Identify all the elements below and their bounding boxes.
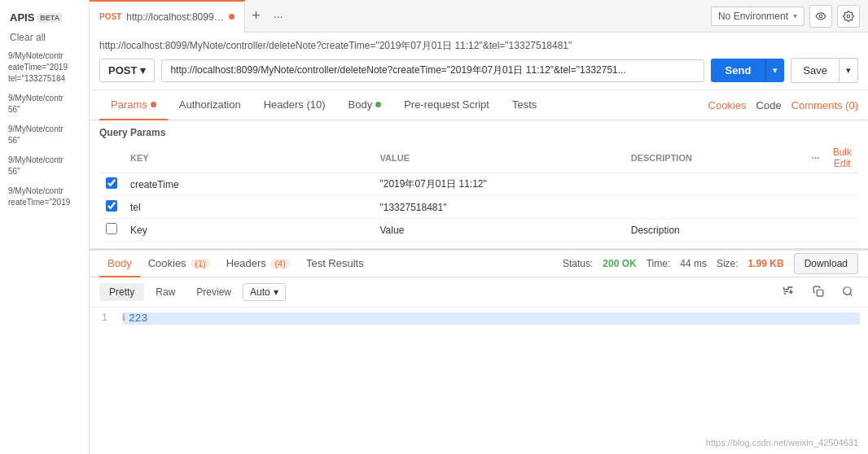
resp-tab-headers[interactable]: Headers (4) — [218, 251, 298, 277]
tab-modified-dot — [229, 14, 235, 20]
settings-icon-button[interactable] — [837, 5, 860, 28]
col-value-header: VALUE — [374, 143, 625, 173]
sidebar-item-3[interactable]: 9/MyNote/contr56" — [0, 120, 89, 151]
code-line-1: ℹ 223 — [122, 312, 860, 325]
method-selector[interactable]: POST ▾ — [99, 59, 155, 82]
tab-prerequest-label: Pre-request Script — [404, 98, 489, 111]
send-button-group: Send ▾ — [711, 59, 785, 82]
sidebar-item-2[interactable]: 9/MyNote/contr56" — [0, 89, 89, 120]
sidebar-item-1[interactable]: 9/MyNote/contreateTime="2019tel="1332751… — [0, 46, 89, 89]
time-label: Time: — [647, 258, 671, 269]
headers-count-badge: (4) — [270, 259, 289, 268]
param-row-empty: Key Value Description — [99, 219, 858, 242]
param-2-key[interactable]: tel — [124, 196, 374, 219]
tab-params[interactable]: Params — [99, 90, 168, 120]
more-actions-icon[interactable]: ··· — [812, 152, 820, 164]
save-chevron-button[interactable]: ▾ — [840, 58, 858, 83]
comments-link[interactable]: Comments (0) — [791, 99, 858, 111]
tab-body[interactable]: Body — [337, 90, 393, 120]
wrap-lines-button[interactable] — [777, 282, 800, 302]
param-empty-actions — [805, 219, 826, 242]
svg-rect-5 — [817, 290, 823, 296]
eye-icon-button[interactable] — [809, 5, 832, 28]
resp-tab-body-label: Body — [107, 257, 132, 269]
param-empty-value[interactable]: Value — [374, 219, 625, 242]
resp-tab-body[interactable]: Body — [99, 251, 140, 277]
tab-authorization[interactable]: Authorization — [168, 90, 252, 120]
body-has-content-dot — [375, 102, 381, 107]
response-meta: Status: 200 OK Time: 44 ms Size: 1.99 KB… — [563, 253, 858, 274]
param-empty-checkbox-cell[interactable] — [99, 219, 124, 242]
download-button[interactable]: Download — [794, 253, 858, 274]
main-panel: POST http://localhost:8099/MyNote/... + … — [90, 0, 868, 454]
param-1-desc[interactable] — [625, 173, 805, 196]
query-params-title: Query Params — [99, 127, 858, 138]
bulk-edit-header: Bulk Edit — [826, 143, 858, 173]
resp-tab-cookies-label: Cookies — [148, 257, 186, 269]
tab-tests[interactable]: Tests — [501, 90, 548, 120]
param-empty-desc[interactable]: Description — [625, 219, 805, 242]
fmt-tab-preview[interactable]: Preview — [186, 283, 241, 301]
tab-tests-label: Tests — [512, 98, 537, 111]
beta-badge: BETA — [37, 13, 62, 23]
col-desc-header: DESCRIPTION — [625, 143, 805, 173]
line-num-1: 1 — [96, 312, 107, 324]
sidebar-item-4[interactable]: 9/MyNote/contr56" — [0, 151, 89, 181]
top-bar: POST http://localhost:8099/MyNote/... + … — [90, 0, 868, 33]
resp-tab-cookies[interactable]: Cookies (1) — [140, 251, 218, 277]
copy-button[interactable] — [808, 284, 829, 301]
format-tabs: Pretty Raw Preview Auto ▾ — [90, 277, 868, 308]
line-numbers: 1 — [90, 312, 114, 325]
param-empty-key[interactable]: Key — [124, 219, 374, 242]
param-2-value[interactable]: "13327518481" — [374, 196, 625, 219]
param-2-desc[interactable] — [625, 196, 805, 219]
param-1-value[interactable]: "2019年07月01日 11:12" — [374, 173, 625, 196]
param-1-actions — [805, 173, 826, 196]
size-value: 1.99 KB — [748, 258, 784, 269]
tab-url: http://localhost:8099/MyNote/... — [126, 11, 224, 23]
response-tabs: Body Cookies (1) Headers (4) Test Result… — [90, 248, 868, 277]
tab-authorization-label: Authorization — [179, 98, 241, 111]
fmt-tab-pretty[interactable]: Pretty — [99, 283, 144, 301]
auto-format-selector[interactable]: Auto ▾ — [243, 283, 286, 301]
param-1-key[interactable]: createTime — [124, 173, 374, 196]
new-tab-button[interactable]: + — [245, 0, 267, 33]
fmt-tab-preview-label: Preview — [196, 286, 231, 298]
environment-selector[interactable]: No Environment ▾ — [711, 7, 804, 26]
send-chevron-button[interactable]: ▾ — [765, 59, 784, 82]
active-tab[interactable]: POST http://localhost:8099/MyNote/... — [90, 0, 245, 33]
top-bar-right: No Environment ▾ — [711, 5, 868, 28]
status-value: 200 OK — [603, 258, 636, 269]
sidebar-item-5[interactable]: 9/MyNote/contrreateTime="2019 — [0, 181, 89, 212]
resp-tab-test-results[interactable]: Test Results — [298, 251, 372, 277]
auto-chevron-icon: ▾ — [274, 286, 278, 298]
url-input[interactable] — [161, 59, 704, 82]
cookies-link[interactable]: Cookies — [708, 99, 747, 111]
param-2-checkbox-cell[interactable] — [99, 196, 124, 219]
tab-prerequest[interactable]: Pre-request Script — [392, 90, 501, 120]
tab-headers-label: Headers (10) — [264, 98, 326, 111]
col-checkbox-header — [99, 143, 124, 173]
param-empty-checkbox[interactable] — [106, 223, 117, 234]
param-2-checkbox[interactable] — [106, 200, 117, 212]
fmt-tab-raw[interactable]: Raw — [146, 283, 185, 301]
code-link[interactable]: Code — [756, 99, 782, 111]
line-content: ℹ 223 — [114, 312, 868, 325]
save-button[interactable]: Save — [791, 58, 840, 83]
svg-point-1 — [847, 15, 850, 18]
bulk-edit-button[interactable]: Bulk Edit — [833, 146, 852, 169]
resp-tab-test-results-label: Test Results — [306, 257, 364, 269]
env-chevron-icon: ▾ — [793, 11, 797, 20]
param-1-checkbox-cell[interactable] — [99, 173, 124, 196]
search-button[interactable] — [837, 284, 858, 301]
sidebar-apis-header: APIS BETA — [0, 7, 89, 28]
save-button-group: Save ▾ — [791, 58, 858, 83]
svg-line-7 — [850, 293, 853, 295]
send-button[interactable]: Send — [711, 59, 766, 82]
param-1-checkbox[interactable] — [106, 177, 117, 189]
more-tabs-button[interactable]: ··· — [267, 0, 290, 33]
param-row-2: tel "13327518481" — [99, 196, 858, 219]
clear-all-button[interactable]: Clear all — [0, 28, 89, 46]
tab-headers[interactable]: Headers (10) — [252, 90, 337, 120]
query-params-section: Query Params KEY VALUE DESCRIPTION ··· B… — [90, 120, 868, 248]
